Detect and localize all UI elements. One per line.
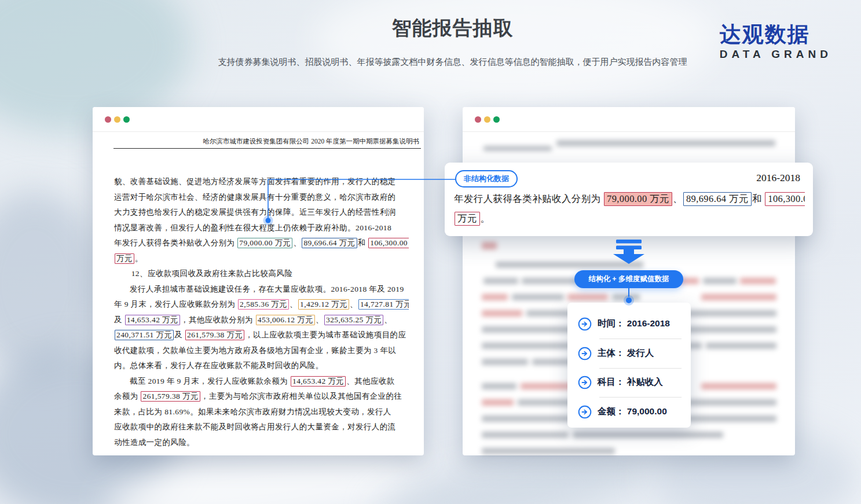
text-run: ，主要为与哈尔滨市政府相关单位以及其他国有企业的往 [201, 392, 402, 400]
field-row-1: 时间： 2016-2018 [567, 310, 691, 339]
doc-line: 情况显著改善，但发行人的盈利性在很大程度上仍依赖于政府补助。2016-2018 [114, 220, 409, 236]
doc-line: 内。总体来看，发行人存在应收账款不能及时回收的风险。 [114, 358, 409, 374]
value-box-navy: 89,696.64 万元 [683, 192, 752, 206]
value-box-red-highlighted: 79,000.00 万元 [604, 192, 672, 206]
value-box-red: 261,579.38 万元 [141, 391, 200, 402]
blurred-text-bar [701, 383, 776, 389]
left-document-panel: 哈尔滨市城市建设投资集团有限公司 2020 年度第一期中期票据募集说明书 貌、改… [93, 107, 424, 455]
blurred-text-bar [573, 432, 723, 438]
doc-line: 万元。 [114, 251, 409, 267]
value-box-navy: 240,371.51 万元 [115, 330, 174, 340]
blurred-text-bar [703, 278, 737, 284]
blurred-text-bar [556, 140, 775, 146]
blurred-text-bar [740, 278, 776, 284]
blurred-text-bar [482, 383, 516, 389]
text-run: 动性造成一定的风险。 [114, 438, 195, 447]
text-run: 、 [384, 315, 392, 324]
blurred-text-bar [496, 262, 643, 268]
doc-line: 年发行人获得各类补贴收入分别为 79,000.00 万元、89,696.64 万… [114, 236, 409, 251]
window-titlebar [463, 107, 795, 132]
background-blob [0, 191, 104, 376]
field-row-3: 科目： 补贴收入 [567, 368, 691, 397]
blurred-text-bar [482, 359, 528, 365]
value-box-teal: 79,000.00 万元 [237, 238, 292, 248]
text-run: 及 [174, 330, 185, 339]
blurred-text-bar [482, 399, 514, 406]
text-run: 应收款项中的政府往来款不能及时回收将占用发行人的大量资金，对发行人的流 [114, 422, 396, 431]
document-header: 哈尔滨市城市建设投资集团有限公司 2020 年度第一期中期票据募集说明书 [203, 137, 419, 146]
value-box-pink: 2,585.36 万元 [238, 299, 289, 310]
document-body: 貌、改善基础设施、促进地方经济发展等方面发挥着重要的作用，发行人的稳定运营对于哈… [114, 174, 409, 450]
value-box-purple: 14,653.42 万元 [125, 315, 180, 325]
blurred-text-bar [567, 294, 608, 300]
text-run: 貌、改善基础设施、促进地方经济发展等方面发挥着重要的作用，发行人的稳定 [114, 177, 396, 186]
brand-logo[interactable]: 达观数据 DATA GRAND [720, 23, 832, 61]
doc-line: 截至 2019 年 9 月末，发行人应收账款余额为 14,653.42 万元、其… [114, 374, 409, 389]
doc-line: 万元。 [454, 209, 805, 229]
text-run: ，其他应收款分别为 [181, 315, 255, 324]
window-dot-green [493, 116, 500, 123]
doc-line: 240,371.51 万元及 261,579.38 万元，以上应收款项主要为城市… [114, 328, 409, 343]
text-run: 、 [673, 193, 683, 204]
extracted-fields-card: 时间： 2016-2018主体： 发行人科目： 补贴收入金额： 79,000.0… [567, 303, 691, 428]
value-box-blue: 14,727.81 万元 [358, 299, 409, 310]
text-run: ，以上应收款项主要为城市基础设施项目的应 [245, 330, 406, 339]
text-run: 和 [358, 238, 368, 247]
brand-logo-cn: 达观数据 [720, 23, 832, 47]
value-box-red: 106,300.00 [765, 192, 805, 206]
circle-arrow-icon [578, 376, 592, 389]
value-box-amber: 453,006.12 万元 [256, 315, 315, 325]
text-run: 和 [752, 193, 764, 204]
window-dot-yellow [114, 116, 120, 123]
unstructured-data-badge: 非结构化数据 [455, 170, 518, 187]
structured-data-badge: 结构化 + 多维度赋值数据 [574, 270, 683, 288]
blurred-text-bar [483, 278, 518, 284]
window-dot-yellow [484, 116, 490, 123]
text-run: 发行人承担城市基础设施建设任务，存在大量应收款项。2016-2018 年及 20… [130, 285, 404, 293]
doc-line: 12、应收款项回收及政府往来款占比较高风险 [114, 266, 409, 282]
page: 智能报告抽取 支持债券募集说明书、招股说明书、年报等披露文档中财务信息、发行信息… [0, 0, 861, 504]
doc-line: 来款，占比为 81.69%。如果未来哈尔滨市政府财力情况出现较大变动，发行人 [114, 404, 409, 420]
text-run: 大力支持也给发行人的稳定发展提供强有力的保障。近三年发行人的经营性利润 [114, 208, 396, 216]
blurred-text-bar [482, 294, 508, 300]
excerpt-text: 年发行人获得各类补贴收入分别为 79,000.00 万元、89,696.64 万… [454, 189, 805, 229]
field-label-value: 主体： 发行人 [598, 347, 654, 359]
circle-arrow-icon [578, 405, 592, 419]
doc-line: 年 9 月末，发行人应收账款分别为 2,585.36 万元、1,429.12 万… [114, 297, 409, 312]
value-box-amber: 1,429.12 万元 [298, 299, 349, 310]
blurred-text-bar [482, 432, 569, 438]
text-run: 内。总体来看，发行人存在应收账款不能及时回收的风险。 [114, 361, 323, 370]
field-label-value: 科目： 补贴收入 [598, 376, 663, 388]
window-dot-red [105, 116, 111, 123]
text-run: 。 [481, 213, 490, 224]
window-titlebar [93, 107, 424, 132]
text-run: 年发行人获得各类补贴收入分别为 [454, 193, 603, 204]
field-label-value: 金额： 79,000.00 [598, 406, 667, 418]
text-run: 运营对于哈尔滨市社会、经济的健康发展具有十分重要的意义，哈尔滨市政府的 [114, 193, 396, 201]
text-run: 。 [135, 254, 143, 263]
value-box-red: 14,653.42 万元 [291, 376, 346, 387]
blurred-text-bar [612, 294, 640, 300]
blurred-text-bar [482, 310, 522, 317]
text-run: 年发行人获得各类补贴收入分别为 [114, 238, 237, 247]
blurred-text-bar [701, 294, 776, 300]
text-run: 截至 2019 年 9 月末，发行人应收账款余额为 [130, 377, 290, 385]
blurred-text-bar [482, 448, 615, 454]
doc-line: 大力支持也给发行人的稳定发展提供强有力的保障。近三年发行人的经营性利润 [114, 205, 409, 220]
doc-line: 及 14,653.42 万元，其他应收款分别为 453,006.12 万元、32… [114, 312, 409, 328]
text-run: 、其他应收款 [346, 377, 394, 385]
field-row-2: 主体： 发行人 [567, 339, 691, 368]
blurred-text-bar [482, 242, 497, 249]
doc-line: 运营对于哈尔滨市社会、经济的健康发展具有十分重要的意义，哈尔滨市政府的 [114, 190, 409, 205]
text-run: 情况显著改善，但发行人的盈利性在很大程度上仍依赖于政府补助。2016-2018 [114, 223, 391, 232]
value-box-red: 261,579.38 万元 [185, 330, 244, 340]
doc-line: 年发行人获得各类补贴收入分别为 79,000.00 万元、89,696.64 万… [454, 189, 805, 209]
blurred-text-bar [706, 343, 776, 349]
value-box-red: 万元 [115, 253, 134, 264]
doc-line: 余额为 261,579.38 万元，主要为与哈尔滨市政府相关单位以及其他国有企业… [114, 389, 409, 404]
value-box-red: 106,300.00 [368, 238, 409, 248]
doc-line: 应收款项中的政府往来款不能及时回收将占用发行人的大量资金，对发行人的流 [114, 420, 409, 435]
field-row-4: 金额： 79,000.00 [567, 398, 691, 426]
circle-arrow-icon [578, 317, 592, 331]
circle-arrow-icon [578, 347, 592, 360]
